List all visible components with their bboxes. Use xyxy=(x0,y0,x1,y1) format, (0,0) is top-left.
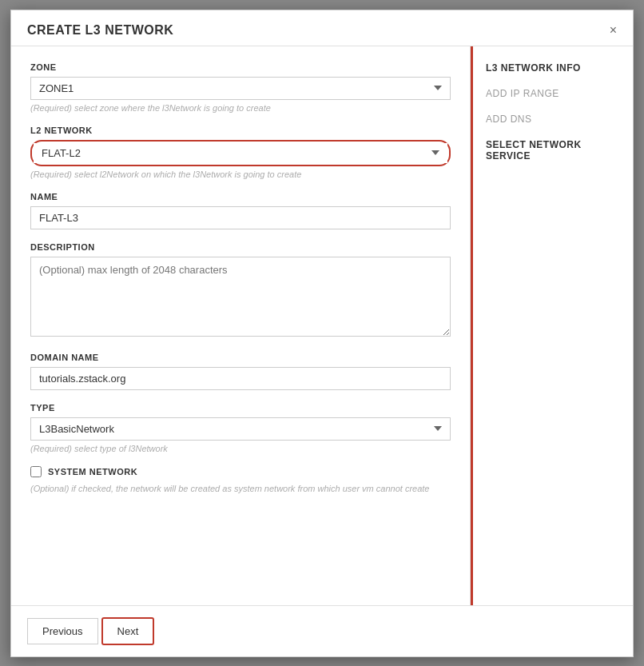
sidebar: L3 NETWORK INFO ADD IP RANGE ADD DNS SEL… xyxy=(473,46,633,605)
l2-network-group: L2 NETWORK FLAT-L2 (Required) select l2N… xyxy=(30,126,451,179)
type-group: TYPE L3BasicNetwork (Required) select ty… xyxy=(30,403,451,453)
zone-select[interactable]: ZONE1 xyxy=(30,77,451,100)
modal-title: CREATE L3 NETWORK xyxy=(27,23,173,38)
type-hint: (Required) select type of l3Network xyxy=(30,444,451,453)
domain-name-group: DOMAIN NAME xyxy=(30,353,451,390)
description-label: DESCRIPTION xyxy=(30,242,451,252)
form-section: ZONE ZONE1 (Required) select zone where … xyxy=(11,46,471,605)
l2-network-hint: (Required) select l2Network on which the… xyxy=(30,169,451,179)
system-network-label: SYSTEM NETWORK xyxy=(48,467,137,477)
zone-group: ZONE ZONE1 (Required) select zone where … xyxy=(30,62,451,113)
previous-button[interactable]: Previous xyxy=(27,618,98,644)
system-network-checkbox[interactable] xyxy=(30,466,42,477)
description-textarea[interactable] xyxy=(30,257,451,337)
modal-overlay: CREATE L3 NETWORK × ZONE ZONE1 (Required… xyxy=(0,0,644,666)
sidebar-item-add-ip-range[interactable]: ADD IP RANGE xyxy=(486,88,620,99)
l2-select-wrapper: FLAT-L2 xyxy=(30,140,451,166)
modal-header: CREATE L3 NETWORK × xyxy=(11,10,633,46)
type-label: TYPE xyxy=(30,403,451,413)
zone-hint: (Required) select zone where the l3Netwo… xyxy=(30,103,451,113)
modal-footer: Previous Next xyxy=(11,605,633,656)
modal-body: ZONE ZONE1 (Required) select zone where … xyxy=(11,46,633,605)
name-group: NAME xyxy=(30,192,451,229)
system-network-group: SYSTEM NETWORK (Optional) if checked, th… xyxy=(30,466,451,493)
l2-network-label: L2 NETWORK xyxy=(30,126,451,135)
l2-network-select[interactable]: FLAT-L2 xyxy=(34,143,447,163)
system-network-row: SYSTEM NETWORK xyxy=(30,466,451,477)
system-network-hint: (Optional) if checked, the network will … xyxy=(30,484,451,493)
type-select[interactable]: L3BasicNetwork xyxy=(30,417,451,441)
domain-name-label: DOMAIN NAME xyxy=(30,353,451,362)
sidebar-item-l3-network-info[interactable]: L3 NETWORK INFO xyxy=(486,62,620,74)
domain-name-input[interactable] xyxy=(30,367,451,390)
description-group: DESCRIPTION xyxy=(30,242,451,340)
name-label: NAME xyxy=(30,192,451,201)
name-input[interactable] xyxy=(30,206,451,229)
close-button[interactable]: × xyxy=(610,24,617,37)
sidebar-item-add-dns[interactable]: ADD DNS xyxy=(486,114,620,125)
modal: CREATE L3 NETWORK × ZONE ZONE1 (Required… xyxy=(10,10,634,657)
zone-label: ZONE xyxy=(30,62,451,72)
next-button[interactable]: Next xyxy=(101,617,155,645)
sidebar-item-select-network-service[interactable]: SELECT NETWORK SERVICE xyxy=(486,139,620,162)
